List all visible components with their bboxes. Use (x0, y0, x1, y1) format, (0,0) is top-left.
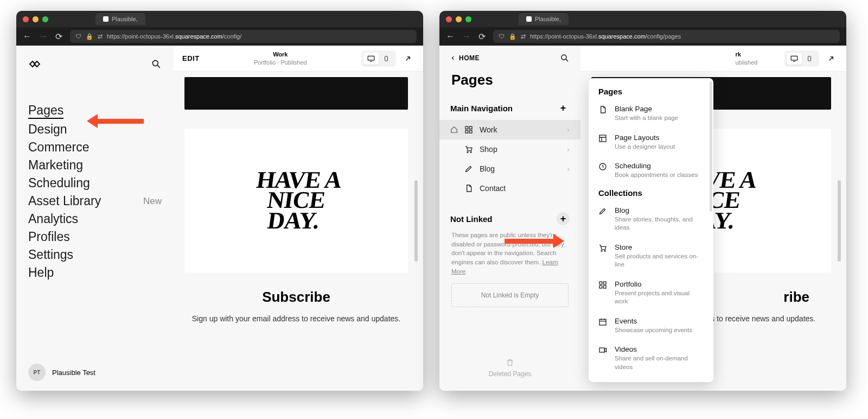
deleted-pages-button[interactable]: Deleted Pages (439, 345, 580, 391)
home-label: HOME (459, 54, 480, 62)
preview-title: Work (254, 50, 307, 58)
popover-item-desc: Sell products and services on-line (615, 252, 704, 269)
page-row-blog[interactable]: Blog› (439, 159, 580, 179)
sidebar-item-marketing[interactable]: Marketing (28, 158, 162, 173)
svg-rect-21 (808, 56, 810, 60)
popover-item-title: Scheduling (615, 162, 698, 170)
video-icon (598, 346, 608, 355)
maximize-window-icon[interactable] (42, 16, 48, 22)
svg-point-3 (561, 55, 566, 60)
device-toggle (784, 50, 819, 67)
window-titlebar: Plausible, (439, 11, 846, 27)
preview-scrollbar[interactable] (414, 180, 418, 262)
page-row-shop[interactable]: Shop› (439, 139, 580, 159)
preview-scrollbar[interactable] (838, 180, 841, 262)
preview-subtitle-cut: ublished (736, 59, 758, 66)
close-window-icon[interactable] (23, 16, 29, 22)
page-title-block: Work Portfolio · Published (254, 50, 307, 66)
svg-rect-2 (385, 56, 388, 60)
popover-item-store[interactable]: StoreSell products and services on-line (590, 238, 712, 275)
popover-item-page-layouts[interactable]: Page LayoutsUse a designer layout (590, 128, 712, 157)
popover-item-desc: Share stories, thoughts, and ideas (615, 215, 704, 232)
expand-icon[interactable] (401, 52, 414, 65)
svg-rect-10 (599, 135, 606, 142)
pen-icon (464, 164, 473, 173)
svg-rect-6 (465, 130, 468, 133)
settings-toggle-icon: ⇄ (98, 33, 103, 40)
edit-button[interactable]: EDIT (182, 54, 200, 62)
sidebar-item-pages[interactable]: Pages (28, 103, 63, 119)
svg-rect-5 (469, 126, 472, 129)
svg-point-0 (152, 60, 158, 66)
back-to-home-button[interactable]: HOME (450, 54, 480, 62)
user-account-row[interactable]: PT Plausible Test (28, 359, 162, 385)
back-icon[interactable]: ← (446, 31, 455, 41)
layout-icon (598, 134, 608, 144)
forward-icon[interactable]: → (39, 31, 48, 41)
page-row-work[interactable]: Work› (439, 120, 580, 139)
sidebar-item-help[interactable]: Help (28, 265, 162, 280)
popover-item-blog[interactable]: BlogShare stories, thoughts, and ideas (590, 201, 712, 238)
squarespace-logo-icon[interactable] (28, 58, 41, 71)
page-row-label: Contact (480, 184, 506, 193)
add-main-nav-page-button[interactable]: + (557, 101, 570, 115)
back-icon[interactable]: ← (23, 31, 31, 41)
preview-subscribe-text: Sign up with your email address to recei… (184, 314, 408, 323)
tab-label: Plausible, (535, 16, 561, 22)
expand-icon[interactable] (825, 52, 838, 65)
preview-subtitle: Portfolio · Published (254, 59, 307, 66)
sidebar-item-commerce[interactable]: Commerce (28, 140, 162, 155)
minimize-window-icon[interactable] (456, 16, 462, 22)
browser-tab[interactable]: Plausible, (95, 13, 145, 25)
page-row-contact[interactable]: Contact (439, 179, 580, 198)
popover-item-title: Page Layouts (615, 134, 675, 142)
annotation-arrow (505, 234, 564, 248)
reload-icon[interactable]: ⟳ (478, 31, 486, 42)
desktop-view-button[interactable] (363, 53, 379, 65)
preview-toolbar: rk ublished (580, 46, 846, 72)
maximize-window-icon[interactable] (465, 16, 471, 22)
svg-rect-18 (599, 319, 606, 325)
search-icon[interactable] (151, 59, 162, 69)
site-preview: EDIT Work Portfolio · Published HAVE ANI… (174, 46, 423, 391)
close-window-icon[interactable] (446, 16, 452, 22)
url-domain: squarespace.com (175, 33, 222, 40)
add-page-popover: Pages Blank PageStart with a blank pageP… (589, 78, 713, 382)
popover-item-desc: Share and sell on-demand videos (615, 354, 704, 371)
popover-item-blank-page[interactable]: Blank PageStart with a blank page (590, 99, 712, 128)
reload-icon[interactable]: ⟳ (55, 31, 62, 42)
sidebar-item-label: Analytics (28, 212, 78, 226)
popover-item-scheduling[interactable]: SchedulingBook appointments or classes (590, 156, 712, 185)
sidebar-item-settings[interactable]: Settings (28, 247, 162, 262)
cart-icon (598, 244, 608, 253)
page-row-label: Work (480, 125, 497, 134)
user-name: Plausible Test (52, 369, 95, 377)
add-not-linked-page-button[interactable]: + (557, 212, 570, 225)
forward-icon[interactable]: → (462, 31, 471, 41)
url-bar[interactable]: 🛡 🔒 ⇄ https://point-octopus-36xl.squares… (493, 30, 840, 43)
not-linked-empty: Not Linked is Empty (451, 283, 569, 307)
popover-item-portfolio[interactable]: PortfolioPresent projects and visual wor… (590, 275, 712, 312)
mobile-view-button[interactable] (802, 53, 817, 65)
pen-icon (598, 207, 608, 217)
sidebar-item-profiles[interactable]: Profiles (28, 230, 162, 244)
desktop-view-button[interactable] (787, 53, 802, 65)
search-icon[interactable] (560, 53, 570, 63)
annotation-arrow (87, 114, 144, 128)
svg-rect-16 (599, 285, 602, 288)
popover-scrollbar[interactable] (710, 81, 712, 212)
mobile-view-button[interactable] (379, 53, 394, 65)
grid-icon (598, 281, 608, 290)
cart-icon (464, 145, 473, 154)
svg-rect-1 (368, 56, 374, 60)
minimize-window-icon[interactable] (33, 16, 39, 22)
sidebar-item-analytics[interactable]: Analytics (28, 212, 162, 226)
page-title-block: rk ublished (736, 50, 758, 66)
sidebar-item-asset-library[interactable]: Asset LibraryNew (28, 194, 162, 208)
popover-item-videos[interactable]: VideosShare and sell on-demand videos (590, 340, 712, 377)
url-bar[interactable]: 🛡 🔒 ⇄ https://point-octopus-36xl.squares… (70, 30, 417, 43)
browser-tab[interactable]: Plausible, (519, 13, 569, 25)
sidebar-item-scheduling[interactable]: Scheduling (28, 176, 162, 191)
preview-image-card: HAVE ANICEDAY. (184, 129, 408, 272)
popover-item-events[interactable]: EventsShowcase upcoming events (590, 312, 712, 340)
